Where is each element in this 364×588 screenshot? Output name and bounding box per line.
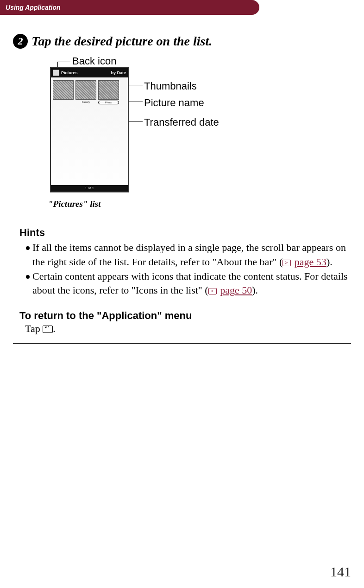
thumbnail-image [75,80,96,100]
device-footer: 1 of 1 [51,185,128,192]
hint-text: Certain content appears with icons that … [32,269,351,298]
hint-list-item: Certain content appears with icons that … [26,269,351,298]
device-screenshot: Pictures by Date Family Photo [50,67,129,192]
rule-bottom [13,343,351,344]
hint-text: If all the items cannot be displayed in … [32,241,351,269]
bullet-icon [26,275,30,279]
hint-text-pre: Certain content appears with icons that … [32,270,348,296]
screenshot-caption: "Pictures" list [48,199,100,209]
page-number: 141 [330,564,351,580]
device-title-bar: Pictures by Date [51,68,128,77]
section-header: Using Application [0,0,259,15]
screenshot-diagram: Back icon Thumbnails Picture name Transf… [36,55,351,213]
hint-text-post: ). [252,284,258,296]
thumbnail-date [53,103,74,106]
thumbnail-item [53,80,74,107]
back-icon [53,70,59,76]
hints-section: Hints If all the items cannot be display… [19,227,351,298]
hint-list-item: If all the items cannot be displayed in … [26,241,351,269]
hint-text-post: ). [326,256,333,268]
callout-transferred-date: Transferred date [144,116,219,128]
thumbnail-date [98,104,119,107]
thumbnail-item: Family [75,80,96,107]
thumbnail-image [53,80,74,100]
return-body: Tap . [25,323,351,335]
return-pre: Tap [25,323,43,334]
bullet-icon [26,246,30,250]
step-row: 2 Tap the desired picture on the list. [13,34,351,49]
page-link[interactable]: page 50 [220,284,252,296]
callout-thumbnails: Thumbnails [144,80,197,92]
page-link[interactable]: page 53 [295,256,326,268]
thumbnail-row: Family Photo [51,77,128,110]
thumbnail-image [98,80,119,100]
thumbnail-name: Photo [98,101,119,104]
thumbnail-date [75,103,96,106]
rule-top [13,29,351,29]
return-post: . [53,323,56,334]
callout-back-icon: Back icon [72,55,116,67]
hints-title: Hints [19,227,351,239]
step-number-text: 2 [18,35,23,47]
thumbnail-item: Photo [98,80,119,107]
device-sort-text: by Date [111,70,126,75]
page-content: 2 Tap the desired picture on the list. B… [0,15,364,344]
return-section: To return to the "Application" menu Tap … [19,310,351,335]
return-title: To return to the "Application" menu [19,310,351,322]
section-header-text: Using Application [6,4,60,11]
step-instruction: Tap the desired picture on the list. [31,34,212,49]
back-button-icon [43,326,53,333]
page-ref-icon [208,288,217,294]
connector-line [57,62,70,62]
callout-picture-name: Picture name [144,97,204,109]
page-ref-icon [282,260,291,266]
device-title-text: Pictures [61,70,78,75]
step-number-badge: 2 [13,34,28,49]
